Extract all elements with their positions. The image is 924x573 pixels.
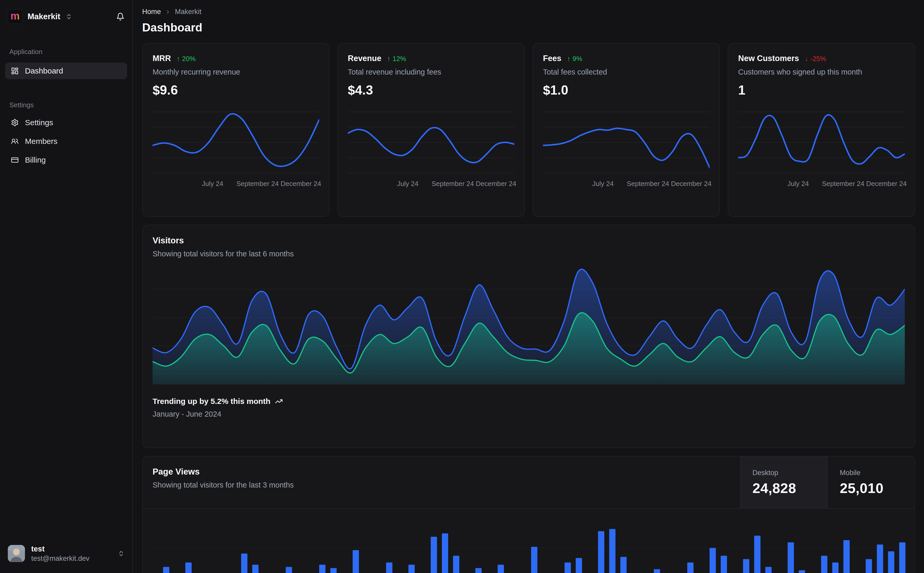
nav-group-application: Application — [9, 48, 132, 56]
workspace-selector[interactable]: m Makerkit — [0, 0, 132, 24]
x-axis: July 24 September 24 December 24 — [738, 179, 905, 190]
sidebar-item-label: Members — [25, 137, 57, 146]
x-tick: December 24 — [671, 180, 711, 188]
stat-value: $9.6 — [152, 83, 319, 98]
x-axis: July 24 September 24 December 24 — [348, 179, 515, 190]
page-views-card: Page Views Showing total visitors for th… — [142, 456, 915, 573]
sparkline-chart: July 24 September 24 December 24 — [738, 108, 905, 190]
stat-title: MRR — [152, 54, 171, 63]
toggle-label: Desktop — [753, 469, 815, 477]
x-tick: September 24 — [431, 180, 474, 188]
x-tick: September 24 — [822, 180, 864, 188]
visitors-footer: Trending up by 5.2% this month — [152, 397, 905, 406]
users-icon — [11, 138, 19, 145]
x-tick: July 24 — [592, 180, 613, 188]
brand-logo: m — [8, 9, 22, 24]
page-views-title: Page Views — [152, 467, 730, 477]
stat-card-mrr: MRR ↑20% Monthly recurring revenue $9.6 … — [142, 43, 329, 217]
sidebar-item-dashboard[interactable]: Dashboard — [5, 63, 127, 79]
main-content: Home Makerkit Dashboard MRR ↑20% Monthly… — [133, 0, 924, 573]
sidebar-item-billing[interactable]: Billing — [0, 151, 132, 169]
stat-card-fees: Fees ↑9% Total fees collected $1.0 July … — [533, 43, 720, 217]
sparkline-chart: July 24 September 24 December 24 — [152, 108, 319, 190]
brand-name: Makerkit — [28, 12, 60, 21]
stat-card-new-customers: New Customers ↓-25% Customers who signed… — [728, 43, 915, 217]
chevron-right-icon — [165, 9, 171, 15]
trend-badge-up: ↑12% — [387, 55, 406, 63]
toggle-desktop[interactable]: Desktop 24,828 — [740, 456, 827, 508]
layout-dashboard-icon — [11, 67, 19, 75]
breadcrumb: Home Makerkit — [142, 0, 915, 16]
user-menu[interactable]: test test@makerkit.dev — [0, 534, 132, 573]
visitors-area-chart — [152, 267, 905, 384]
breadcrumb-home[interactable]: Home — [142, 8, 161, 16]
stat-subtitle: Total revenue including fees — [348, 68, 515, 77]
stat-title: New Customers — [738, 54, 799, 63]
sidebar-item-label: Settings — [25, 118, 53, 127]
trend-badge-up: ↑20% — [177, 55, 196, 63]
stat-value: $1.0 — [543, 83, 709, 98]
credit-card-icon — [11, 156, 19, 164]
toggle-label: Mobile — [840, 469, 903, 477]
stat-title: Fees — [543, 54, 562, 63]
sidebar-item-members[interactable]: Members — [0, 132, 132, 151]
trending-up-icon — [275, 398, 283, 405]
chevrons-up-down-icon — [118, 550, 124, 557]
trend-value: -25% — [810, 55, 826, 63]
arrow-up-icon: ↑ — [387, 55, 391, 63]
arrow-up-icon: ↑ — [567, 55, 571, 63]
stat-subtitle: Total fees collected — [543, 68, 709, 77]
x-tick: July 24 — [788, 180, 809, 188]
x-axis: July 24 September 24 December 24 — [152, 179, 319, 190]
x-tick: July 24 — [202, 180, 223, 188]
sparkline-chart: July 24 September 24 December 24 — [348, 108, 515, 190]
visitors-subtitle: Showing total visitors for the last 6 mo… — [152, 250, 905, 258]
nav-group-settings: Settings — [9, 101, 132, 109]
chevrons-up-down-icon — [66, 13, 72, 20]
app-window: m Makerkit Application Dashboard Setting… — [0, 0, 924, 573]
avatar — [8, 545, 25, 562]
bell-icon[interactable] — [116, 13, 124, 21]
x-tick: December 24 — [475, 180, 516, 188]
brand-logo-m: m — [10, 11, 20, 21]
user-name: test — [31, 545, 89, 554]
trend-value: 12% — [392, 55, 406, 63]
sidebar-item-settings[interactable]: Settings — [0, 113, 132, 132]
x-tick: July 24 — [397, 180, 419, 188]
x-tick: September 24 — [236, 180, 279, 188]
user-email: test@makerkit.dev — [31, 554, 89, 563]
trend-badge-up: ↑9% — [567, 55, 582, 63]
sidebar: m Makerkit Application Dashboard Setting… — [0, 0, 133, 573]
arrow-up-icon: ↑ — [177, 55, 180, 63]
visitors-title: Visitors — [152, 236, 905, 246]
page-title: Dashboard — [142, 21, 915, 34]
x-tick: December 24 — [866, 180, 907, 188]
visitors-trending-text: Trending up by 5.2% this month — [152, 397, 270, 406]
trend-value: 20% — [182, 55, 196, 63]
breadcrumb-current[interactable]: Makerkit — [175, 8, 201, 16]
visitors-card: Visitors Showing total visitors for the … — [142, 225, 915, 448]
page-views-chart-wrap — [143, 509, 915, 573]
toggle-mobile[interactable]: Mobile 25,010 — [827, 456, 915, 508]
stat-cards-row: MRR ↑20% Monthly recurring revenue $9.6 … — [142, 43, 915, 217]
stat-value: 1 — [738, 83, 905, 98]
page-views-bar-chart — [149, 509, 908, 573]
stat-subtitle: Monthly recurring revenue — [152, 68, 319, 77]
stat-subtitle: Customers who signed up this month — [738, 68, 905, 77]
stat-title: Revenue — [348, 54, 381, 63]
page-views-subtitle: Showing total visitors for the last 3 mo… — [152, 481, 730, 489]
page-views-header: Page Views Showing total visitors for th… — [143, 456, 915, 509]
visitors-period: January - June 2024 — [152, 410, 905, 418]
gear-icon — [11, 119, 19, 127]
arrow-down-icon: ↓ — [805, 55, 808, 63]
sidebar-item-label: Billing — [25, 156, 46, 164]
stat-value: $4.3 — [348, 83, 515, 98]
toggle-value: 24,828 — [753, 480, 815, 496]
page-views-titles: Page Views Showing total visitors for th… — [143, 456, 740, 508]
user-info: test test@makerkit.dev — [31, 545, 89, 563]
x-tick: September 24 — [627, 180, 669, 188]
sidebar-item-label: Dashboard — [25, 66, 63, 75]
sparkline-chart: July 24 September 24 December 24 — [543, 108, 709, 190]
trend-value: 9% — [573, 55, 582, 63]
toggle-value: 25,010 — [840, 480, 903, 496]
